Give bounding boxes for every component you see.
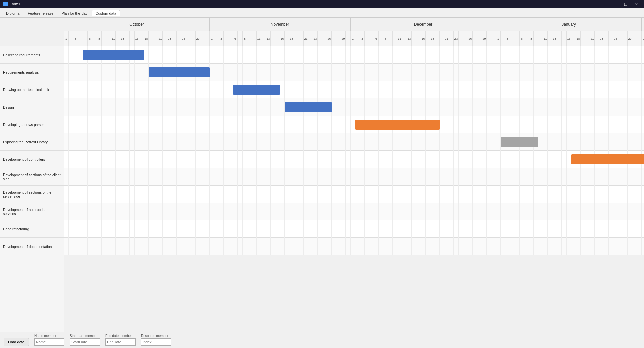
day-cell: 23	[454, 31, 459, 46]
task-row-2: Drawing up the technical task	[0, 81, 64, 98]
start-date-input[interactable]	[70, 338, 100, 346]
day-cell	[149, 31, 153, 46]
day-cell	[130, 31, 135, 46]
day-cell: 11	[397, 31, 402, 46]
end-date-input[interactable]	[105, 338, 136, 346]
day-cell: 29	[482, 31, 487, 46]
day-cell: 1	[642, 31, 644, 46]
main-window: F Form1 − □ ✕ Diploma Feature release Pl…	[0, 0, 644, 348]
day-cell	[435, 31, 440, 46]
task-labels: Collecting requirements Requirements ana…	[0, 18, 64, 332]
day-cell: 6	[520, 31, 524, 46]
day-cell: 3	[360, 31, 365, 46]
gantt-container: Collecting requirements Requirements ana…	[0, 18, 644, 332]
day-cell	[463, 31, 468, 46]
month-header-december: December	[351, 18, 496, 31]
name-member-label: Name member	[34, 334, 64, 338]
day-cell	[618, 31, 623, 46]
gantt-bar[interactable]	[83, 50, 144, 60]
month-header-february: February	[642, 18, 644, 31]
gantt-row	[64, 186, 644, 203]
day-cell: 3	[219, 31, 224, 46]
gantt-row	[64, 64, 644, 81]
task-row-9: Development of auto-update services	[0, 203, 64, 220]
close-button[interactable]: ✕	[632, 1, 641, 7]
day-cell: 8	[97, 31, 102, 46]
day-cell: 18	[144, 31, 149, 46]
task-row-8: Development of sections of the server si…	[0, 186, 64, 203]
gantt-bar[interactable]	[149, 67, 210, 77]
day-cell: 26	[613, 31, 618, 46]
day-cell	[402, 31, 407, 46]
day-cell	[322, 31, 327, 46]
day-cell	[487, 31, 491, 46]
gantt-bar[interactable]	[571, 154, 644, 164]
day-cell	[205, 31, 210, 46]
load-data-button[interactable]: Load data	[4, 338, 29, 346]
day-cell: 1	[210, 31, 214, 46]
main-content: Collecting requirements Requirements ana…	[0, 18, 644, 332]
day-cell	[449, 31, 454, 46]
day-cell: 3	[73, 31, 78, 46]
tab-bar: Diploma Feature release Plan for the day…	[0, 8, 644, 18]
resource-input[interactable]	[141, 338, 171, 346]
gantt-bar[interactable]	[285, 102, 332, 112]
day-cell	[393, 31, 397, 46]
resource-label: Resource member	[141, 334, 171, 338]
day-cell	[557, 31, 562, 46]
tab-plan-for-the-day[interactable]: Plan for the day	[58, 10, 91, 16]
name-member-group: Name member	[34, 334, 64, 346]
day-cell	[238, 31, 243, 46]
day-cell: 13	[552, 31, 557, 46]
minimize-button[interactable]: −	[610, 1, 620, 7]
day-cell	[177, 31, 181, 46]
day-cell	[261, 31, 266, 46]
maximize-button[interactable]: □	[621, 1, 630, 7]
day-cell	[524, 31, 529, 46]
day-cell: 29	[196, 31, 200, 46]
day-cell	[609, 31, 613, 46]
day-cell: 23	[313, 31, 318, 46]
day-cell	[247, 31, 252, 46]
gantt-bar[interactable]	[501, 137, 538, 147]
day-cell	[139, 31, 144, 46]
day-cell: 11	[543, 31, 548, 46]
gantt-row	[64, 81, 644, 98]
chart-area[interactable]: OctoberNovemberDecemberJanuaryFebruaryMa…	[64, 18, 644, 332]
end-date-label: End date member	[105, 334, 136, 338]
gantt-row	[64, 220, 644, 238]
month-header-november: November	[210, 18, 351, 31]
day-cell	[604, 31, 609, 46]
tab-diploma[interactable]: Diploma	[2, 10, 23, 16]
day-cell	[294, 31, 299, 46]
day-cell	[252, 31, 257, 46]
day-cell	[632, 31, 637, 46]
task-row-11: Development of documentation	[0, 238, 64, 255]
day-cell	[191, 31, 196, 46]
day-cell	[336, 31, 341, 46]
gantt-bar[interactable]	[233, 85, 280, 95]
day-cell	[477, 31, 482, 46]
day-cell	[163, 31, 167, 46]
task-row-6: Development of controllers	[0, 151, 64, 168]
day-cell: 26	[468, 31, 473, 46]
day-cell	[534, 31, 538, 46]
day-cell	[501, 31, 505, 46]
bottom-bar: Load data Name member Start date member …	[0, 332, 644, 348]
day-cell	[440, 31, 444, 46]
month-header-january: January	[496, 18, 642, 31]
day-cell	[228, 31, 233, 46]
day-cell	[595, 31, 599, 46]
window-title: Form1	[10, 2, 20, 6]
tab-custom-data[interactable]: Custom data	[92, 10, 120, 16]
day-cell	[125, 31, 130, 46]
gantt-row	[64, 168, 644, 186]
tab-feature-release[interactable]: Feature release	[24, 10, 57, 16]
day-cell	[299, 31, 304, 46]
gantt-bar[interactable]	[355, 120, 440, 130]
gantt-row	[64, 98, 644, 116]
day-cell: 13	[407, 31, 412, 46]
day-cell	[581, 31, 585, 46]
name-input[interactable]	[34, 338, 64, 346]
task-row-1: Requirements analysis	[0, 64, 64, 81]
